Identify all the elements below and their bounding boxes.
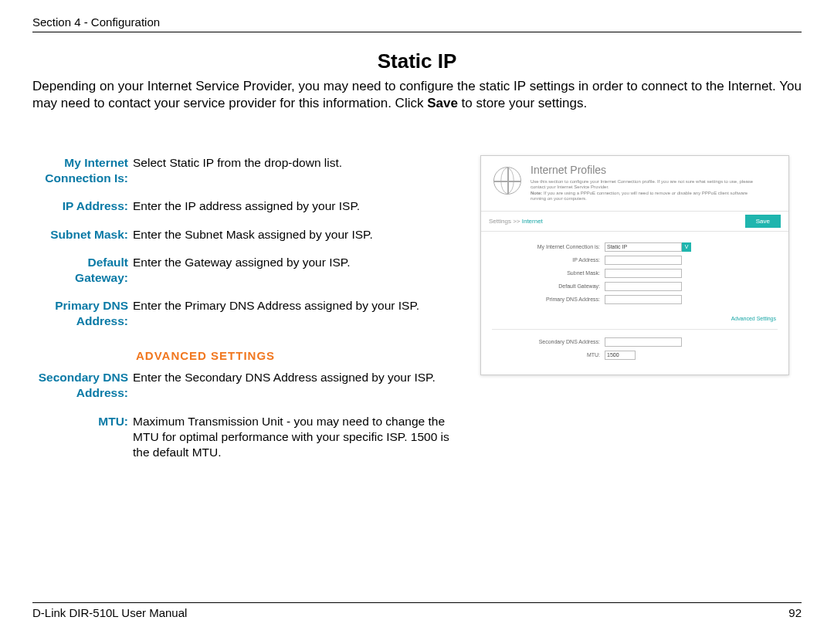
screenshot-title: Internet Profiles: [531, 164, 754, 176]
primary-dns-input[interactable]: [605, 295, 682, 304]
field-label: MTU:: [489, 352, 605, 358]
footer-page-number: 92: [788, 606, 802, 619]
field-label: Primary DNS Address:: [489, 297, 605, 302]
screenshot-desc: Use this section to configure your Inter…: [531, 179, 754, 202]
breadcrumb-sep: >>: [511, 218, 522, 225]
field-label: Secondary DNS Address:: [489, 339, 605, 344]
divider: [492, 329, 778, 330]
def-label: Secondary DNS Address:: [32, 370, 133, 401]
advanced-settings-link[interactable]: Advanced Settings: [481, 311, 788, 326]
def-label: Subnet Mask:: [32, 227, 133, 242]
mtu-input[interactable]: 1500: [605, 351, 636, 360]
page-title: Static IP: [32, 49, 802, 73]
field-label: Subnet Mask:: [489, 270, 605, 276]
section-header: Section 4 - Configuration: [32, 15, 802, 32]
subnet-mask-input[interactable]: [605, 269, 682, 278]
intro-bold: Save: [427, 96, 458, 110]
page-footer: D-Link DIR-510L User Manual 92: [32, 602, 802, 619]
def-label: Primary DNS Address:: [32, 298, 133, 329]
dropdown-value[interactable]: Static IP: [605, 242, 682, 252]
def-value: Select Static IP from the drop-down list…: [133, 155, 465, 186]
field-label: IP Address:: [489, 257, 605, 263]
def-label: My Internet Connection Is:: [32, 155, 133, 186]
def-value: Maximum Transmission Unit - you may need…: [133, 414, 465, 460]
save-button[interactable]: Save: [745, 215, 781, 228]
def-value: Enter the Secondary DNS Address assigned…: [133, 370, 465, 401]
screenshot-note: If you are using a PPPoE connection, you…: [531, 191, 748, 201]
def-value: Enter the Primary DNS Address assigned b…: [133, 298, 465, 329]
breadcrumb[interactable]: Settings >> Internet: [489, 218, 543, 225]
intro-text-1: Depending on your Internet Service Provi…: [32, 79, 802, 110]
globe-icon: [493, 167, 521, 195]
definitions-column: My Internet Connection Is:Select Static …: [32, 155, 465, 473]
default-gateway-input[interactable]: [605, 282, 682, 291]
advanced-settings-heading: ADVANCED SETTINGS: [136, 349, 465, 362]
field-label: My Internet Connection is:: [489, 244, 605, 249]
breadcrumb-settings[interactable]: Settings: [489, 218, 511, 225]
connection-dropdown[interactable]: Static IP V: [605, 242, 691, 252]
field-label: Default Gateway:: [489, 283, 605, 289]
screenshot-desc-1: Use this section to configure your Inter…: [531, 179, 753, 189]
screenshot-note-label: Note:: [531, 191, 542, 195]
def-label: MTU:: [32, 414, 133, 460]
def-label: IP Address:: [32, 198, 133, 214]
def-label: Default Gateway:: [32, 255, 133, 286]
secondary-dns-input[interactable]: [605, 337, 682, 347]
screenshot-panel: Internet Profiles Use this section to co…: [480, 155, 789, 375]
footer-manual-name: D-Link DIR-510L User Manual: [32, 606, 187, 619]
ip-address-input[interactable]: [605, 256, 682, 265]
chevron-down-icon[interactable]: V: [682, 242, 691, 252]
def-value: Enter the IP address assigned by your IS…: [133, 198, 465, 214]
intro-paragraph: Depending on your Internet Service Provi…: [32, 78, 802, 112]
def-value: Enter the Gateway assigned by your ISP.: [133, 255, 465, 286]
intro-text-2: to store your settings.: [458, 96, 587, 110]
def-value: Enter the Subnet Mask assigned by your I…: [133, 227, 465, 242]
breadcrumb-internet[interactable]: Internet: [522, 218, 543, 225]
